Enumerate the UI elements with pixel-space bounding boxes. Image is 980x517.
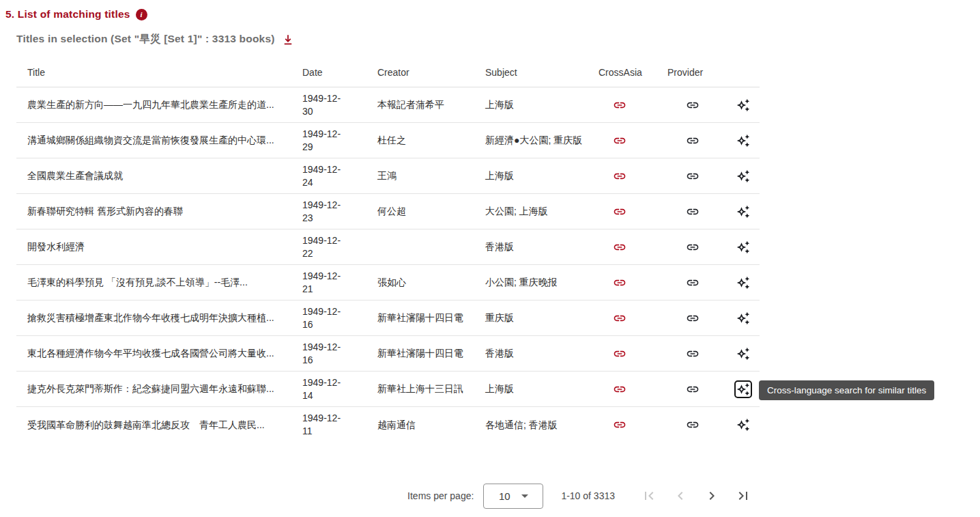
page: 5. List of matching titles i Titles in s… bbox=[0, 0, 980, 517]
column-header-date: Date bbox=[302, 67, 377, 78]
table-row: 捷克外長克萊門蒂斯作：紀念蘇捷同盟六週年永遠和蘇聯... 1949-12-14 … bbox=[16, 372, 760, 407]
cell-date: 1949-12-29 bbox=[302, 128, 377, 154]
provider-link-icon[interactable] bbox=[684, 238, 702, 256]
cell-title: 開發水利經濟 bbox=[16, 240, 302, 253]
table-row: 搶救災害積極增產東北作物今年收穫七成明年決擴大種植... 1949-12-16 … bbox=[16, 301, 760, 336]
cross-language-search-sparkle-icon[interactable] bbox=[734, 416, 752, 434]
items-per-page-label: Items per page: bbox=[407, 490, 474, 501]
cell-title: 毛澤東的科學預見 「沒有預見,談不上領導」--毛澤... bbox=[16, 276, 302, 289]
cell-title: 新春聯研究特輯 舊形式新內容的春聯 bbox=[16, 205, 302, 218]
titles-in-selection-label: Titles in selection (Set "旱災 [Set 1]" : … bbox=[16, 32, 275, 46]
range-label: 1-10 of 3313 bbox=[561, 490, 615, 501]
crossasia-link-icon[interactable] bbox=[611, 203, 629, 221]
cell-subject: 香港版 bbox=[485, 240, 599, 253]
crossasia-link-icon[interactable] bbox=[611, 309, 629, 327]
cross-language-search-sparkle-icon[interactable] bbox=[734, 203, 752, 221]
crossasia-link-icon[interactable] bbox=[611, 132, 629, 150]
chevron-right-icon[interactable] bbox=[698, 482, 725, 509]
cross-language-search-sparkle-icon[interactable] bbox=[734, 96, 752, 114]
cell-creator: 王鴻 bbox=[377, 169, 485, 182]
chevron-left-icon[interactable] bbox=[667, 482, 694, 509]
cell-subject: 小公園; 重庆晚报 bbox=[485, 276, 599, 289]
column-header-crossasia: CrossAsia bbox=[599, 67, 667, 78]
column-header-creator: Creator bbox=[377, 67, 485, 78]
section-title: 5. List of matching titles bbox=[5, 8, 130, 20]
crossasia-link-icon[interactable] bbox=[611, 274, 629, 292]
table-header-row: Title Date Creator Subject CrossAsia Pro… bbox=[16, 58, 760, 87]
crossasia-link-icon[interactable] bbox=[611, 416, 629, 434]
cell-subject: 上海版 bbox=[485, 382, 599, 395]
subtitle-row: Titles in selection (Set "旱災 [Set 1]" : … bbox=[16, 32, 294, 46]
table-row: 開發水利經濟 1949-12-22 香港版 bbox=[16, 229, 760, 265]
cross-language-search-sparkle-icon[interactable] bbox=[734, 274, 752, 292]
items-per-page-select[interactable]: 10 bbox=[483, 484, 543, 509]
provider-link-icon[interactable] bbox=[684, 345, 702, 363]
crossasia-link-icon[interactable] bbox=[611, 238, 629, 256]
chevron-down-icon bbox=[521, 494, 528, 498]
cell-creator: 新華社瀋陽十四日電 bbox=[377, 347, 485, 360]
cell-creator: 張如心 bbox=[377, 276, 485, 289]
cell-creator: 越南通信 bbox=[377, 419, 485, 432]
cell-creator: 新華社瀋陽十四日電 bbox=[377, 311, 485, 324]
cell-date: 1949-12-21 bbox=[302, 270, 377, 296]
cell-title: 全國農業生產會議成就 bbox=[16, 169, 302, 182]
provider-link-icon[interactable] bbox=[684, 380, 702, 398]
cell-date: 1949-12-22 bbox=[302, 234, 377, 260]
provider-link-icon[interactable] bbox=[684, 274, 702, 292]
cross-language-search-sparkle-icon[interactable] bbox=[734, 167, 752, 185]
column-header-title: Title bbox=[16, 67, 302, 78]
cell-subject: 新經濟●大公園; 重庆版 bbox=[485, 134, 599, 147]
cell-title: 受我國革命勝利的鼓舞越南準北總反攻 青年工人農民... bbox=[16, 419, 302, 432]
cell-date: 1949-12-24 bbox=[302, 163, 377, 189]
cross-language-search-sparkle-icon[interactable] bbox=[734, 345, 752, 363]
crossasia-link-icon[interactable] bbox=[611, 345, 629, 363]
cross-language-search-sparkle-icon[interactable] bbox=[734, 238, 752, 256]
cell-date: 1949-12-14 bbox=[302, 376, 377, 402]
crossasia-link-icon[interactable] bbox=[611, 167, 629, 185]
cell-date: 1949-12-23 bbox=[302, 199, 377, 225]
cell-subject: 上海版 bbox=[485, 98, 599, 111]
table-row: 農業生產的新方向——一九四九年華北農業生產所走的道... 1949-12-30 … bbox=[16, 87, 760, 123]
table-row: 全國農業生產會議成就 1949-12-24 王鴻 上海版 bbox=[16, 158, 760, 194]
cell-date: 1949-12-16 bbox=[302, 341, 377, 367]
cross-language-search-sparkle-icon[interactable] bbox=[734, 380, 752, 398]
provider-link-icon[interactable] bbox=[684, 203, 702, 221]
table-body: 農業生產的新方向——一九四九年華北農業生產所走的道... 1949-12-30 … bbox=[16, 87, 760, 443]
cell-creator: 何公超 bbox=[377, 205, 485, 218]
cell-date: 1949-12-11 bbox=[302, 412, 377, 438]
download-icon[interactable] bbox=[282, 33, 294, 46]
provider-link-icon[interactable] bbox=[684, 132, 702, 150]
section-header: 5. List of matching titles i bbox=[5, 8, 147, 20]
provider-link-icon[interactable] bbox=[684, 416, 702, 434]
cell-creator: 本報記者蒲希平 bbox=[377, 98, 485, 111]
column-header-subject: Subject bbox=[485, 67, 599, 78]
table-row: 東北各種經濟作物今年平均收獲七成各國營公司將大量收... 1949-12-16 … bbox=[16, 336, 760, 372]
cell-creator: 杜任之 bbox=[377, 134, 485, 147]
info-icon[interactable]: i bbox=[136, 9, 147, 20]
cross-language-search-sparkle-icon[interactable] bbox=[734, 309, 752, 327]
cell-subject: 大公園; 上海版 bbox=[485, 205, 599, 218]
cell-subject: 重庆版 bbox=[485, 311, 599, 324]
cell-title: 捷克外長克萊門蒂斯作：紀念蘇捷同盟六週年永遠和蘇聯... bbox=[16, 382, 302, 395]
crossasia-link-icon[interactable] bbox=[611, 380, 629, 398]
paginator: Items per page: 10 1-10 of 3313 bbox=[16, 479, 757, 513]
provider-link-icon[interactable] bbox=[684, 96, 702, 114]
table-row: 毛澤東的科學預見 「沒有預見,談不上領導」--毛澤... 1949-12-21 … bbox=[16, 265, 760, 301]
cell-subject: 香港版 bbox=[485, 347, 599, 360]
table-row: 溝通城鄉關係組織物資交流是當前恢復發展生產的中心環... 1949-12-29 … bbox=[16, 123, 760, 158]
cell-date: 1949-12-30 bbox=[302, 92, 377, 118]
column-header-provider: Provider bbox=[667, 67, 726, 78]
table-row: 新春聯研究特輯 舊形式新內容的春聯 1949-12-23 何公超 大公園; 上海… bbox=[16, 194, 760, 229]
last-page-icon[interactable] bbox=[730, 482, 757, 509]
cell-subject: 各地通信; 香港版 bbox=[485, 419, 599, 432]
crossasia-link-icon[interactable] bbox=[611, 96, 629, 114]
cell-creator: 新華社上海十三日訊 bbox=[377, 382, 485, 395]
provider-link-icon[interactable] bbox=[684, 309, 702, 327]
cell-subject: 上海版 bbox=[485, 169, 599, 182]
first-page-icon[interactable] bbox=[635, 482, 663, 509]
tooltip: Cross-language search for similar titles bbox=[759, 380, 934, 400]
provider-link-icon[interactable] bbox=[684, 167, 702, 185]
cross-language-search-sparkle-icon[interactable] bbox=[734, 132, 752, 150]
cell-title: 搶救災害積極增產東北作物今年收穫七成明年決擴大種植... bbox=[16, 311, 302, 324]
cell-title: 溝通城鄉關係組織物資交流是當前恢復發展生產的中心環... bbox=[16, 134, 302, 147]
